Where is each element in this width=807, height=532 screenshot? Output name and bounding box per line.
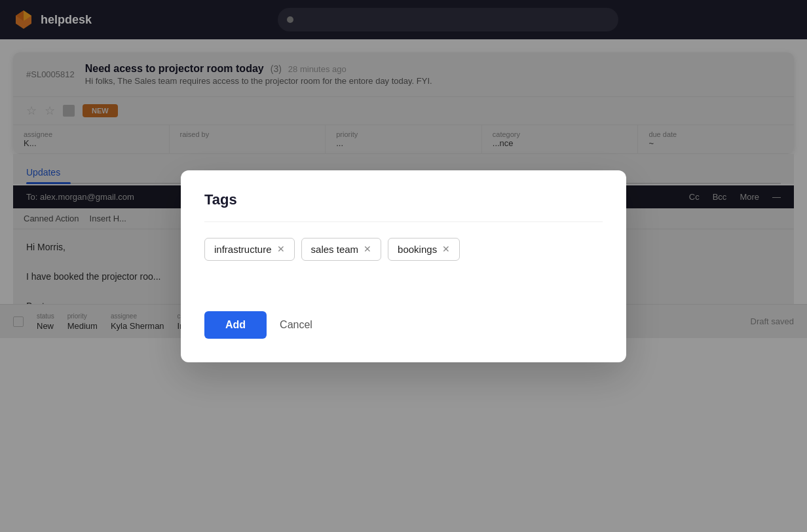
modal-add-button[interactable]: Add (204, 311, 267, 339)
tag-bookings: bookings ✕ (388, 238, 460, 261)
tags-modal: Tags infrastructure ✕ sales team ✕ booki… (181, 170, 626, 362)
tag-bookings-label: bookings (398, 244, 437, 255)
modal-actions: Add Cancel (204, 311, 603, 339)
modal-overlay[interactable]: Tags infrastructure ✕ sales team ✕ booki… (0, 0, 807, 532)
tag-infrastructure: infrastructure ✕ (204, 238, 295, 261)
tag-infrastructure-remove[interactable]: ✕ (277, 244, 285, 254)
modal-cancel-button[interactable]: Cancel (280, 319, 312, 331)
modal-title: Tags (204, 191, 603, 222)
tag-sales-team-label: sales team (311, 244, 359, 255)
tag-sales-team: sales team ✕ (301, 238, 382, 261)
tag-sales-team-remove[interactable]: ✕ (364, 244, 371, 254)
tag-bookings-remove[interactable]: ✕ (442, 244, 450, 254)
tag-infrastructure-label: infrastructure (214, 244, 272, 255)
tags-container: infrastructure ✕ sales team ✕ bookings ✕ (204, 238, 603, 290)
